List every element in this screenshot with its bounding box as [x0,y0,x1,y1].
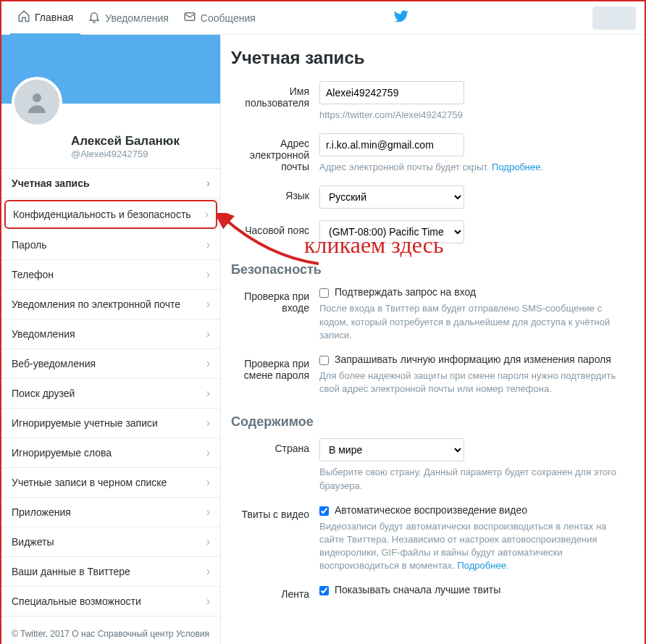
sidebar-item-notifications[interactable]: Уведомления › [1,319,220,349]
pwd-verify-cb-text: Запрашивать личную информацию для измене… [335,354,611,365]
profile-avatar[interactable] [12,77,62,127]
envelope-icon [183,10,196,25]
timezone-label: Часовой пояс [231,220,319,243]
timezone-select[interactable]: (GMT-08:00) Pacific Time (US [319,220,464,243]
chevron-right-icon: › [206,595,210,608]
video-label: Твиты с видео [231,504,319,573]
sidebar-item-find-friends[interactable]: Поиск друзей › [1,379,220,409]
feed-cb-text: Показывать сначала лучшие твиты [335,584,500,595]
sidebar-item-apps[interactable]: Приложения › [1,498,220,527]
sidebar-item-label: Уведомления по электронной почте [12,298,180,310]
pwd-verify-label: Проверка при смене пароля [231,354,319,396]
sidebar: Алексей Баланюк @Alexei49242759 Учетная … [1,35,221,644]
chevron-right-icon: › [206,387,210,400]
nav-notifications[interactable]: Уведомления [80,1,176,35]
twitter-logo-icon [393,9,409,27]
sidebar-item-label: Учетные записи в черном списке [12,477,167,488]
chevron-right-icon: › [206,327,210,340]
sidebar-item-label: Учетная запись [12,177,90,189]
country-label: Страна [231,438,319,492]
sidebar-item-label: Игнорируемые слова [12,447,112,459]
login-verify-checkbox[interactable] [319,288,329,298]
chevron-right-icon: › [206,476,210,489]
sidebar-item-account[interactable]: Учетная запись › [1,169,220,198]
nav-messages[interactable]: Сообщения [176,1,263,35]
pwd-verify-hint: Для более надежной защиты при смене паро… [319,369,624,396]
username-label: Имя пользователя [231,81,319,122]
sidebar-item-label: Веб-уведомления [12,358,96,369]
home-icon [17,9,30,25]
sidebar-item-label: Пароль [12,239,47,251]
sidebar-item-accessibility[interactable]: Специальные возможности › [1,587,220,616]
chevron-right-icon: › [206,298,210,311]
nav-home-label: Главная [35,12,73,23]
chevron-right-icon: › [206,565,210,578]
username-input[interactable] [319,81,464,104]
chevron-right-icon: › [205,208,209,221]
login-verify-hint: После входа в Твиттер вам будет отправле… [319,302,624,342]
security-header: Безопасность [231,262,639,277]
email-hint: Адрес электронной почты будет скрыт. Под… [319,161,624,174]
sidebar-item-widgets[interactable]: Виджеты › [1,527,220,557]
sidebar-item-your-data[interactable]: Ваши данные в Твиттере › [1,557,220,587]
chevron-right-icon: › [206,177,210,190]
language-label: Язык [231,185,319,209]
sidebar-item-blocked[interactable]: Учетные записи в черном списке › [1,468,220,498]
sidebar-item-label: Уведомления [12,328,75,340]
content-header: Содержимое [231,414,639,430]
sidebar-item-muted-accounts[interactable]: Игнорируемые учетные записи › [1,409,220,438]
profile-cover [1,35,220,104]
nav-messages-label: Сообщения [201,12,256,24]
sidebar-item-privacy[interactable]: Конфиденциальность и безопасность › [4,200,217,229]
svg-point-1 [33,93,41,102]
chevron-right-icon: › [206,535,210,548]
profile-name: Алексей Баланюк [71,134,210,149]
page-title: Учетная запись [231,48,639,68]
nav-home[interactable]: Главная [10,1,80,35]
login-verify-label: Проверка при входе [231,286,319,342]
pwd-verify-checkbox[interactable] [319,356,329,365]
video-cb-text: Автоматическое воспроизведение видео [335,504,527,516]
sidebar-item-label: Ваши данные в Твиттере [12,566,130,577]
bell-icon [88,10,101,25]
nav-notifications-label: Уведомления [105,12,169,24]
chevron-right-icon: › [206,357,210,370]
sidebar-item-label: Виджеты [12,536,54,548]
video-more-link[interactable]: Подробнее [457,560,506,571]
country-select[interactable]: В мире [319,438,464,461]
footer-links: © Twitter, 2017 О нас Справочный центр У… [1,616,220,644]
sidebar-item-label: Телефон [12,269,54,280]
username-hint: https://twitter.com/Alexei49242759 [319,109,624,122]
chevron-right-icon: › [206,268,210,281]
email-more-link[interactable]: Подробнее [492,162,540,172]
sidebar-item-phone[interactable]: Телефон › [1,260,220,290]
country-hint: Выберите свою страну. Данный параметр бу… [319,466,624,492]
email-input[interactable] [319,133,464,156]
video-autoplay-checkbox[interactable] [319,506,329,516]
chevron-right-icon: › [206,238,210,251]
sidebar-item-label: Игнорируемые учетные записи [12,417,158,429]
chevron-right-icon: › [206,506,210,519]
sidebar-item-label: Конфиденциальность и безопасность [13,209,191,220]
feed-best-checkbox[interactable] [319,586,329,595]
login-verify-cb-text: Подтверждать запрос на вход [335,286,476,298]
chevron-right-icon: › [206,417,210,430]
top-nav: Главная Уведомления Сообщения [1,1,645,35]
feed-label: Лента [231,584,319,600]
account-avatar-small[interactable] [592,7,636,30]
sidebar-item-password[interactable]: Пароль › [1,230,220,260]
profile-handle: @Alexei49242759 [71,149,210,159]
language-select[interactable]: Русский [319,185,464,209]
email-label: Адрес электронной почты [231,133,319,174]
sidebar-item-label: Поиск друзей [12,388,75,399]
chevron-right-icon: › [206,446,210,459]
sidebar-item-label: Специальные возможности [12,595,141,607]
sidebar-item-label: Приложения [12,506,71,518]
sidebar-item-muted-words[interactable]: Игнорируемые слова › [1,438,220,468]
video-hint: Видеозаписи будут автоматически воспроиз… [319,520,624,573]
sidebar-item-web-notifications[interactable]: Веб-уведомления › [1,349,220,379]
sidebar-item-email-notifications[interactable]: Уведомления по электронной почте › [1,290,220,319]
main-content: Учетная запись Имя пользователя https://… [221,35,645,644]
